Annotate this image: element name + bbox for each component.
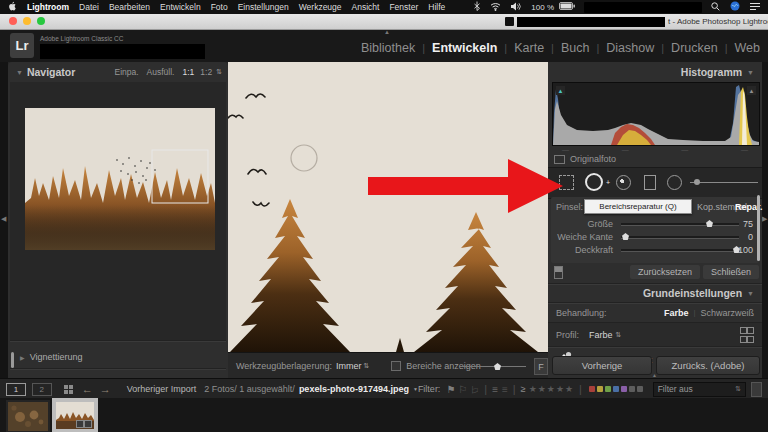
- areas-slider-knob[interactable]: [494, 363, 501, 370]
- label-red-chip[interactable]: [589, 386, 595, 392]
- edit-filter-off-icon[interactable]: ≡: [502, 384, 508, 395]
- navigator-zoom-dropdown-icon[interactable]: ⇅: [214, 68, 228, 76]
- siri-icon[interactable]: [725, 1, 745, 13]
- basic-panel-collapse-icon[interactable]: ▼: [742, 290, 762, 297]
- navigator-zoom-fill[interactable]: Ausfüll.: [143, 67, 179, 77]
- profile-value[interactable]: Farbe: [579, 330, 613, 340]
- thumbnail-badge-crop-icon[interactable]: [76, 420, 84, 428]
- thumbnail-badge-edit-icon[interactable]: [84, 420, 92, 428]
- module-tab-buch[interactable]: Buch: [554, 41, 597, 55]
- menu-item-entwickeln[interactable]: Entwickeln: [155, 2, 206, 12]
- navigator-zoom-fit[interactable]: Einpa.: [110, 67, 142, 77]
- module-tab-web[interactable]: Web: [728, 41, 762, 55]
- previous-button[interactable]: Vorherige: [552, 356, 652, 375]
- label-custom-chip[interactable]: [637, 386, 643, 392]
- fullscreen-button[interactable]: F: [534, 358, 548, 375]
- navigator-zoom-1-2[interactable]: 1:2: [198, 67, 214, 77]
- menu-item-datei[interactable]: Datei: [74, 2, 104, 12]
- main-window-button[interactable]: 1: [6, 383, 26, 396]
- adjustment-brush-tool-icon[interactable]: [690, 182, 758, 183]
- back-arrow-icon[interactable]: ←: [82, 383, 93, 395]
- module-tab-entwickeln[interactable]: Entwickeln: [425, 41, 504, 55]
- menu-item-bearbeiten[interactable]: Bearbeiten: [104, 2, 155, 12]
- navigator-collapse-icon[interactable]: ▼: [8, 69, 27, 76]
- red-eye-tool-icon[interactable]: [616, 175, 631, 190]
- spotlight-search-icon[interactable]: [706, 2, 725, 13]
- module-tab-diashow[interactable]: Diashow: [599, 41, 661, 55]
- rating-star-4[interactable]: ★: [556, 384, 565, 394]
- size-slider-track[interactable]: [621, 223, 739, 226]
- label-purple-chip[interactable]: [621, 386, 627, 392]
- rating-star-5[interactable]: ★: [565, 384, 574, 394]
- treatment-bw-option[interactable]: Schwarzweiß: [700, 308, 762, 318]
- filter-preset-dropdown[interactable]: Filter aus ⇅: [653, 382, 746, 397]
- left-panel-edge[interactable]: ◀: [0, 29, 8, 378]
- rating-star-1[interactable]: ★: [529, 384, 538, 394]
- show-areas-checkbox[interactable]: [391, 361, 401, 371]
- grid-view-icon[interactable]: [64, 385, 73, 394]
- profile-dropdown-icon[interactable]: ⇅: [613, 331, 622, 339]
- bluetooth-icon[interactable]: [469, 1, 485, 13]
- label-blue-chip[interactable]: [613, 386, 619, 392]
- reset-button[interactable]: Zurücksetzen: [630, 265, 700, 279]
- treatment-color-option[interactable]: Farbe: [664, 308, 689, 318]
- preset-item-vignettierung[interactable]: ▶ Vignettierung: [20, 350, 83, 364]
- filmstrip-filename[interactable]: pexels-photo-917494.jpeg: [299, 384, 409, 394]
- label-yellow-chip[interactable]: [597, 386, 603, 392]
- highlight-clipping-indicator[interactable]: ▲: [747, 86, 756, 95]
- filmstrip-thumbnail-1[interactable]: [6, 400, 50, 432]
- apple-menu-icon[interactable]: [0, 1, 22, 13]
- window-title-bar[interactable]: t - Adobe Photoshop Lightroom Classic - …: [0, 14, 768, 30]
- module-tab-drucken[interactable]: Drucken: [664, 41, 725, 55]
- window-close-button[interactable]: [9, 17, 17, 25]
- feather-slider-knob[interactable]: [622, 233, 629, 240]
- navigator-preview-image[interactable]: [25, 108, 215, 250]
- menu-item-einstellungen[interactable]: Einstellungen: [233, 2, 294, 12]
- menu-item-fenster[interactable]: Fenster: [384, 2, 423, 12]
- areas-slider-track[interactable]: [460, 366, 526, 367]
- notification-center-icon[interactable]: [745, 2, 768, 13]
- panel-switch-icon[interactable]: [554, 266, 563, 279]
- edit-filter-icon[interactable]: ≡: [492, 384, 498, 395]
- profile-browser-grid-icon[interactable]: [740, 327, 752, 343]
- shadow-clipping-indicator[interactable]: ▲: [556, 86, 565, 95]
- wifi-icon[interactable]: [485, 2, 506, 13]
- opacity-slider-track[interactable]: [621, 249, 739, 252]
- feather-slider-track[interactable]: [621, 236, 739, 239]
- filter-toggle-switch[interactable]: [751, 382, 762, 397]
- forward-arrow-icon[interactable]: →: [100, 383, 111, 395]
- right-panel-scrollbar[interactable]: [757, 195, 760, 261]
- right-panel-expand-icon[interactable]: ▶: [762, 215, 767, 223]
- tool-overlay-dropdown-icon[interactable]: ⇅: [361, 362, 369, 370]
- filmstrip-source[interactable]: Vorheriger Import: [127, 384, 197, 394]
- flag-reject-icon[interactable]: ⚐: [470, 384, 479, 395]
- menu-item-ansicht[interactable]: Ansicht: [347, 2, 385, 12]
- reset-adobe-button[interactable]: Zurücks. (Adobe): [656, 356, 760, 375]
- menu-item-werkzeuge[interactable]: Werkzeuge: [294, 2, 347, 12]
- menu-item-lightroom[interactable]: Lightroom: [22, 2, 74, 12]
- window-zoom-button[interactable]: [37, 17, 45, 25]
- preset-list-scrollbar[interactable]: [11, 352, 14, 368]
- radial-filter-tool-icon[interactable]: [667, 175, 682, 190]
- histogram-collapse-icon[interactable]: ▼: [742, 69, 762, 76]
- filmstrip-thumbnail-2-selected[interactable]: [52, 398, 98, 432]
- histogram-header[interactable]: Histogramm ▼: [548, 62, 762, 82]
- navigator-zoom-1-1[interactable]: 1:1: [178, 67, 198, 77]
- window-minimize-button[interactable]: [23, 17, 31, 25]
- size-slider-knob[interactable]: [706, 220, 713, 227]
- close-button[interactable]: Schließen: [703, 265, 759, 279]
- flag-unflagged-icon[interactable]: ⚐: [458, 384, 467, 395]
- graduated-filter-tool-icon[interactable]: [644, 175, 656, 190]
- spot-removal-tool-icon[interactable]: [585, 173, 603, 191]
- second-window-button[interactable]: 2: [32, 383, 52, 396]
- left-panel-collapse-icon[interactable]: ◀: [1, 215, 6, 223]
- label-none-chip[interactable]: [629, 386, 635, 392]
- rating-star-2[interactable]: ★: [538, 384, 547, 394]
- module-tab-bibliothek[interactable]: Bibliothek: [354, 41, 422, 55]
- menu-item-hilfe[interactable]: Hilfe: [423, 2, 450, 12]
- menu-item-foto[interactable]: Foto: [206, 2, 233, 12]
- volume-icon[interactable]: [506, 2, 526, 13]
- module-tab-karte[interactable]: Karte: [507, 41, 551, 55]
- right-panel-edge[interactable]: ▶: [762, 29, 768, 378]
- label-green-chip[interactable]: [605, 386, 611, 392]
